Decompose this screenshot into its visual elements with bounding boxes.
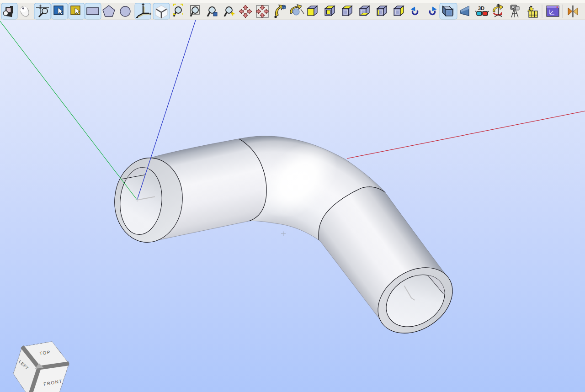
svg-text:3D: 3D [478, 5, 484, 11]
